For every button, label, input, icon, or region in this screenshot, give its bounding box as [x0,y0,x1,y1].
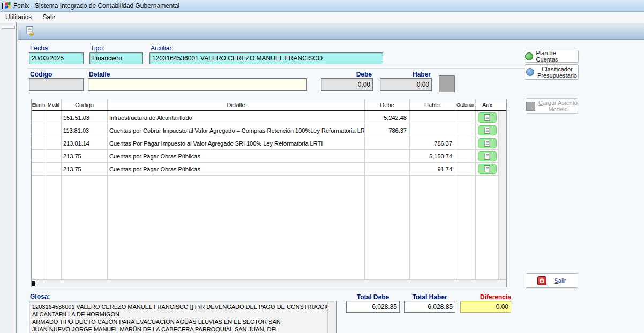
codigo-cell: 213.75 [62,150,108,162]
window-title: Fenix - Sistema Integrado de Contabilida… [13,2,179,10]
glosa-line: 1203164536001 VALERO CEREZO MANUEL FRANC… [32,303,334,311]
separator-line [27,68,532,69]
salir-button[interactable]: Salir [526,273,578,288]
entries-table: Elimin Modif Código Detalle Debe Haber O… [31,99,507,287]
glosa-label: Glosa: [30,293,50,300]
menu-salir[interactable]: Salir [37,12,61,22]
fecha-input[interactable]: 20/03/2025 [29,52,84,64]
modif-cell[interactable] [46,150,62,162]
ordenar-cell[interactable] [455,111,476,124]
plan-de-cuentas-button[interactable]: Plan de Cuentas [525,50,579,63]
clasificador-presupuestario-button[interactable]: ClasificadorPresupuestario [525,64,579,80]
aux-cell [476,124,499,137]
haber-cell [410,111,455,124]
green-sphere-icon [525,52,533,60]
ordenar-cell[interactable] [455,150,476,162]
add-entry-button[interactable] [439,75,455,92]
haber-cell [410,124,455,137]
header-aux[interactable]: Aux [476,99,499,110]
table-row[interactable]: 113.81.03 Cuentas por Cobrar Impuesto al… [32,124,506,137]
glosa-line: ALCANTARILLA DE HORMIGON [32,311,334,318]
main-content: Fecha: 20/03/2025 Tipo: Financiero Auxil… [18,40,644,333]
aux-button[interactable] [478,164,497,174]
debe-cell [365,137,410,149]
header-detalle[interactable]: Detalle [108,99,365,110]
table-row[interactable]: 213.75 Cuentas por Pagar Obras Públicas … [32,150,506,163]
debe-cell [365,163,410,175]
glosa-textarea[interactable]: 1203164536001 VALERO CEREZO MANUEL FRANC… [29,301,337,333]
haber-cell: 786.37 [410,137,455,149]
app-window: Fenix - Sistema Integrado de Contabilida… [0,0,644,333]
haber-cell: 5,150.74 [410,150,455,162]
left-panel-strip [0,22,17,333]
aux-cell [476,163,499,175]
power-icon [537,276,546,285]
aux-button[interactable] [478,125,497,135]
app-icon [2,2,11,10]
table-row[interactable]: 151.51.03 Infraestructura de Alcantarill… [32,111,506,124]
fecha-label: Fecha: [30,44,50,52]
aux-document-icon [484,114,490,121]
diferencia-label: Diferencia [460,293,511,301]
total-haber-label: Total Haber [404,293,455,301]
panel-grip[interactable] [2,26,15,29]
elimin-cell[interactable] [32,137,46,149]
header-codigo[interactable]: Código [62,99,108,110]
glosa-line: ARMADO TIPO DUCTO CAJÓN PARA EVACUACIÓN … [32,318,334,326]
auxiliar-input[interactable]: 1203164536001 VALERO CEREZO MANUEL FRANC… [149,52,383,64]
header-elimin[interactable]: Elimin [32,99,46,110]
total-haber-value: 6,028.85 [404,301,455,313]
table-row[interactable]: 213.75 Cuentas por Pagar Obras Públicas … [32,163,506,176]
codigo-label: Código [30,71,52,78]
table-horizontal-scrollbar[interactable] [32,279,506,287]
detalle-label: Detalle [89,71,110,78]
aux-button[interactable] [478,151,497,161]
table-row[interactable]: 213.81.14 Cuentas Por Pagar Impuesto al … [32,137,506,150]
modif-cell[interactable] [46,124,62,137]
haber-label: Haber [380,71,431,78]
elimin-cell[interactable] [32,150,46,162]
auxiliar-label: Auxiliar: [151,44,174,52]
aux-button[interactable] [478,138,497,148]
new-entry-button[interactable] [24,25,36,37]
elimin-cell[interactable] [32,163,46,175]
total-debe-value: 6,028.85 [346,301,400,313]
detalle-cell: Cuentas por Cobrar Impuesto al Valor Agr… [108,124,365,137]
plan-de-cuentas-label: Plan de Cuentas [536,50,578,63]
document-coins-icon [25,26,35,36]
ordenar-cell[interactable] [455,163,476,175]
detalle-cell: Cuentas por Pagar Obras Públicas [108,163,365,175]
codigo-cell: 113.81.03 [62,124,108,137]
table-vertical-scrollbar[interactable] [499,111,506,279]
scrollbar-thumb[interactable] [32,281,35,286]
cargar-asiento-modelo-button[interactable]: Cargar AsientoModelo [526,98,578,114]
menu-bar: Utilitarios Salir [0,12,644,22]
modif-cell[interactable] [46,163,62,175]
ordenar-cell[interactable] [455,124,476,137]
menu-utilitarios[interactable]: Utilitarios [0,12,37,22]
codigo-cell: 213.81.14 [62,137,108,149]
header-ordenar[interactable]: Ordenar [455,99,476,110]
debe-cell: 786.37 [365,124,410,137]
detalle-cell: Infraestructura de Alcantarillado [108,111,365,124]
ordenar-cell[interactable] [455,137,476,149]
table-header-row: Elimin Modif Código Detalle Debe Haber O… [32,99,506,111]
haber-input[interactable]: 0.00 [380,78,432,91]
debe-input[interactable]: 0.00 [321,78,373,91]
aux-document-icon [484,165,490,172]
modif-cell[interactable] [46,111,62,124]
modif-cell[interactable] [46,137,62,149]
aux-button[interactable] [478,112,497,123]
glosa-line: JUAN NUEVO JORGE MANUEL MARÚN DE LA CABE… [32,326,334,333]
elimin-cell[interactable] [32,124,46,137]
detalle-input[interactable] [88,78,307,91]
codigo-input[interactable] [29,78,84,91]
tipo-input[interactable]: Financiero [89,52,143,64]
debe-cell [365,150,410,162]
header-debe[interactable]: Debe [365,99,410,110]
header-haber[interactable]: Haber [410,99,455,110]
diferencia-value: 0.00 [460,301,511,313]
glosa-scrollbar[interactable] [327,302,336,333]
header-modif[interactable]: Modif [46,99,62,110]
elimin-cell[interactable] [32,111,46,124]
